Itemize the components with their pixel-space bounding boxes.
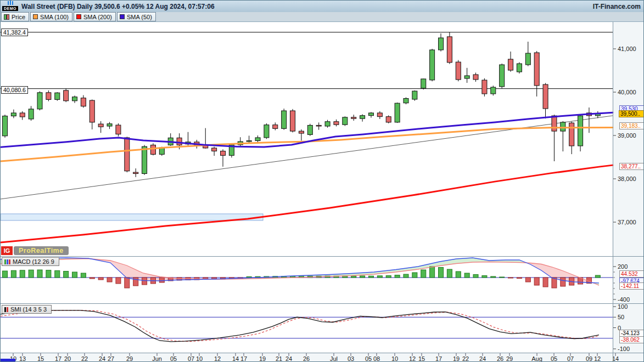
candle-body[interactable] [55, 93, 60, 99]
candle-body[interactable] [299, 131, 304, 133]
macd-indicator-chip[interactable]: MACD (12 26 9 [2, 257, 59, 266]
candle-body[interactable] [37, 93, 42, 109]
candle-body[interactable] [404, 98, 408, 103]
macd-bar [37, 270, 42, 278]
chart-canvas[interactable]: 41,00040,00039,00038,00037,000200-400100… [1, 1, 644, 362]
candle-body[interactable] [150, 145, 155, 154]
x-axis-label: Aug [531, 355, 542, 362]
macd-bar [368, 276, 373, 278]
candle-body[interactable] [290, 111, 295, 131]
candle-body[interactable] [386, 117, 391, 122]
candle-body[interactable] [29, 109, 33, 119]
candle-body[interactable] [578, 116, 583, 146]
candle-body[interactable] [89, 100, 94, 122]
candle-body[interactable] [64, 90, 69, 101]
horizontal-scrollbar[interactable] [1, 359, 15, 362]
candle-body[interactable] [561, 122, 565, 131]
x-axis-label: 10 [196, 355, 203, 362]
x-axis-label: 29 [126, 355, 133, 362]
candle-body[interactable] [343, 117, 348, 125]
candle-body[interactable] [395, 103, 400, 122]
candle-body[interactable] [508, 59, 513, 70]
x-axis-label: 27 [108, 355, 114, 362]
candle-body[interactable] [447, 37, 452, 63]
candle-body[interactable] [360, 116, 365, 119]
highlight-band [1, 214, 263, 220]
x-axis-label: 07 [188, 355, 194, 362]
price-tick-label: 39,000 [618, 132, 636, 139]
candle-body[interactable] [482, 80, 487, 94]
candle-body[interactable] [464, 76, 469, 78]
candle-body[interactable] [107, 124, 112, 126]
legend-item-sma50[interactable]: SMA (50) [117, 12, 156, 21]
sma200-swatch-icon [76, 14, 81, 19]
prorealtime-logo: IG ProRealTime [1, 246, 69, 255]
candle-body[interactable] [534, 53, 539, 86]
candle-body[interactable] [11, 113, 16, 116]
candle-body[interactable] [221, 151, 226, 155]
candle-body[interactable] [273, 125, 278, 129]
sma100-swatch-icon [33, 14, 38, 19]
candle-body[interactable] [543, 84, 548, 109]
legend-item-sma100[interactable]: SMA (100) [30, 12, 72, 21]
candle-body[interactable] [552, 116, 557, 131]
macd-panel [1, 257, 613, 303]
smi-indicator-chip[interactable]: SMI (14 3 5 3 [2, 305, 52, 314]
candle-body[interactable] [412, 91, 417, 99]
legend-item-sma200[interactable]: SMA (200) [74, 12, 116, 21]
x-axis-label: 12 [594, 355, 601, 362]
candle-body[interactable] [517, 64, 522, 72]
macd-bar [377, 276, 382, 278]
candle-body[interactable] [316, 125, 321, 126]
x-axis-label: 10 [391, 355, 398, 362]
candle-body[interactable] [351, 117, 356, 118]
candle-body[interactable] [421, 79, 426, 88]
candle-body[interactable] [81, 98, 86, 106]
candle-body[interactable] [307, 125, 312, 134]
candle-body[interactable] [473, 75, 478, 80]
macd-bar [116, 278, 121, 284]
candle-body[interactable] [264, 125, 269, 138]
candle-body[interactable] [116, 125, 121, 134]
macd-chip-label: MACD (12 26 9 [13, 258, 54, 265]
macd-bar [561, 278, 565, 286]
macd-bar [412, 273, 417, 278]
candle-body[interactable] [142, 146, 147, 173]
macd-bar [508, 278, 513, 278]
candle-body[interactable] [20, 113, 25, 117]
candle-body[interactable] [325, 122, 330, 126]
macd-bar [395, 275, 400, 278]
candle-body[interactable] [500, 65, 505, 87]
macd-bar [473, 275, 478, 278]
candle-body[interactable] [125, 138, 130, 171]
candle-body[interactable] [569, 123, 574, 146]
x-axis-label: 07 [567, 355, 574, 362]
candle-body[interactable] [247, 140, 251, 142]
legend-item-price[interactable]: Price [1, 12, 29, 21]
candle-body[interactable] [377, 113, 382, 117]
candle-body[interactable] [255, 138, 260, 141]
candle-body[interactable] [177, 138, 182, 145]
candle-body[interactable] [430, 50, 435, 80]
candle-body[interactable] [282, 111, 287, 128]
candle-body[interactable] [3, 116, 8, 135]
candle-body[interactable] [72, 97, 77, 101]
candle-body[interactable] [439, 38, 444, 50]
candle-body[interactable] [212, 148, 217, 151]
candle-body[interactable] [133, 172, 138, 173]
candle-body[interactable] [525, 53, 530, 65]
candle-body[interactable] [456, 62, 461, 80]
macd-bar [46, 270, 51, 278]
brand-link[interactable]: IT-Finance.com [593, 3, 641, 10]
candle-body[interactable] [46, 93, 51, 100]
macd-icon [4, 259, 10, 264]
legend-label: SMA (50) [127, 14, 152, 20]
x-axis-label: 22 [81, 355, 88, 362]
candle-body[interactable] [98, 124, 103, 127]
candle-body[interactable] [491, 87, 496, 94]
candle-body[interactable] [334, 122, 339, 125]
last-price-tag: 39,500.. [619, 110, 644, 117]
candle-body[interactable] [368, 113, 373, 116]
demo-logo: DEMO [1, 1, 19, 12]
sma100-value-tag: 39,183.. [619, 122, 644, 129]
